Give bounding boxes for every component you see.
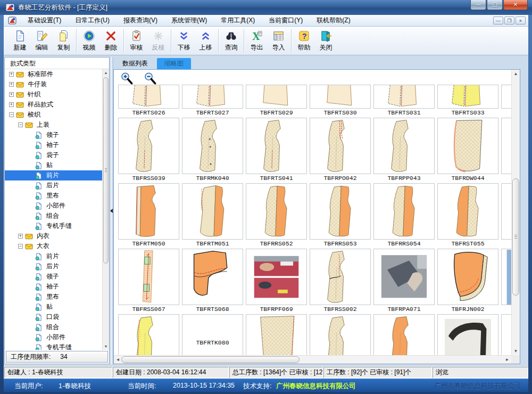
- zoom-in-button[interactable]: [120, 72, 134, 86]
- thumbnail-cell[interactable]: TBFRPP043: [373, 118, 435, 182]
- thumbnail-cell[interactable]: [501, 249, 511, 313]
- export-button[interactable]: X导出: [246, 28, 268, 54]
- thumbnail-cell[interactable]: TBFRTS029: [246, 85, 307, 116]
- thumbnail-cell[interactable]: TBFRRS054: [373, 183, 435, 247]
- thumbnail-cell[interactable]: TBFRTM051: [182, 183, 243, 247]
- tree-item[interactable]: +牛仔装: [5, 79, 102, 89]
- tree-item[interactable]: 领子: [5, 130, 102, 140]
- thumbnail-cell[interactable]: TBFRSS067: [118, 249, 179, 313]
- audit-button[interactable]: 审核: [126, 28, 147, 54]
- thumbnail-cell[interactable]: [501, 118, 511, 182]
- scroll-down-icon[interactable]: ▼: [103, 343, 109, 350]
- tree-item[interactable]: 专机手缝: [5, 342, 102, 350]
- window-maximize-button[interactable]: ▢: [487, 0, 503, 10]
- tree-scrollbar-thumb[interactable]: [103, 77, 109, 264]
- thumbnail-cell[interactable]: TBFRTS026: [118, 85, 179, 116]
- mdi-restore-button[interactable]: ❐: [504, 17, 514, 24]
- thumbnail-cell[interactable]: TBFRJN002: [437, 249, 498, 313]
- menu-item[interactable]: 联机帮助(Z): [310, 15, 357, 26]
- expand-icon[interactable]: +: [18, 234, 23, 239]
- unaudit-button[interactable]: 反核: [147, 28, 169, 54]
- thumbnail-cell[interactable]: TBFRSS002: [310, 249, 371, 313]
- thumbnail-cell[interactable]: TBFRPO042: [310, 118, 371, 182]
- window-close-button[interactable]: ✕: [503, 0, 528, 10]
- tree-item[interactable]: +标准部件: [5, 69, 102, 79]
- expand-icon[interactable]: +: [9, 102, 14, 107]
- scroll-down-icon[interactable]: ▼: [512, 347, 520, 355]
- new-button[interactable]: 新建: [9, 28, 31, 54]
- tree-item[interactable]: 组合: [5, 322, 102, 332]
- thumbnail-cell[interactable]: TBFRTS031: [373, 85, 435, 116]
- tree-scrollbar[interactable]: ▲ ▼: [102, 69, 109, 350]
- search-button[interactable]: 查询: [220, 28, 242, 54]
- tree-item[interactable]: 前片: [5, 251, 102, 261]
- tree-item[interactable]: 袋子: [5, 150, 102, 160]
- tab-thumbnail[interactable]: 缩略图: [157, 58, 191, 69]
- scroll-left-icon[interactable]: ◄: [114, 356, 122, 364]
- vertical-scrollbar-thumb[interactable]: [512, 178, 519, 296]
- thumbnail-cell[interactable]: [501, 183, 511, 247]
- menu-item[interactable]: 日常工作(U): [68, 15, 117, 26]
- import-button[interactable]: 导入: [268, 28, 289, 54]
- scroll-up-icon[interactable]: ▲: [103, 69, 109, 76]
- thumbnail-cell[interactable]: [373, 314, 435, 355]
- thumbnail-cell[interactable]: TBFRTS068: [182, 249, 243, 313]
- horizontal-scrollbar-thumb[interactable]: [121, 356, 300, 363]
- thumbnail-cell[interactable]: [310, 314, 371, 355]
- thumbnail-cell[interactable]: [118, 314, 179, 355]
- expand-icon[interactable]: +: [9, 72, 14, 77]
- tree-item[interactable]: 小部件: [5, 201, 102, 211]
- scroll-up-icon[interactable]: ▲: [512, 70, 520, 78]
- thumbnail-cell[interactable]: TBFRPF069: [246, 249, 307, 313]
- collapse-sidebar-icon[interactable]: [110, 209, 113, 213]
- tree-item[interactable]: 里布: [5, 191, 102, 201]
- tree-item[interactable]: +内衣: [5, 231, 102, 241]
- tree-item[interactable]: +针织: [5, 89, 102, 100]
- thumbnail-cell[interactable]: TBFRTS033: [437, 85, 498, 116]
- menu-item[interactable]: 常用工具(X): [214, 15, 262, 26]
- tree-item[interactable]: 袖子: [5, 140, 102, 150]
- window-minimize-button[interactable]: —: [470, 0, 486, 10]
- collapse-icon[interactable]: −: [18, 244, 23, 249]
- thumbnail-cell[interactable]: TBFRMK040: [182, 118, 243, 182]
- thumbnail-cell[interactable]: TBFRDW044: [437, 118, 498, 182]
- expand-icon[interactable]: +: [9, 82, 14, 87]
- zoom-out-button[interactable]: [144, 72, 157, 86]
- vertical-scrollbar[interactable]: ▲ ▼: [511, 70, 520, 355]
- thumbnail-cell[interactable]: TBFRPA071: [373, 249, 435, 313]
- tree-item[interactable]: 口袋: [5, 312, 102, 322]
- thumbnail-cell[interactable]: TBFRTS027: [182, 85, 243, 116]
- delete-button[interactable]: 删除: [100, 28, 122, 54]
- tree-item[interactable]: 贴: [5, 160, 102, 170]
- tree-item[interactable]: 贴: [5, 302, 102, 312]
- tree-item[interactable]: 领子: [5, 272, 102, 282]
- tree-item[interactable]: 后片: [5, 261, 102, 272]
- tree-item[interactable]: −大衣: [5, 241, 102, 251]
- thumbnail-cell[interactable]: TBFRST055: [437, 183, 498, 247]
- close-button[interactable]: 关闭: [315, 28, 337, 54]
- menu-item[interactable]: 基础设置(T): [21, 15, 68, 26]
- collapse-icon[interactable]: −: [9, 112, 14, 117]
- horizontal-scrollbar[interactable]: ◄ ►: [114, 355, 511, 364]
- thumbnail-cell[interactable]: [246, 314, 307, 355]
- tree-item[interactable]: 袖子: [5, 282, 102, 292]
- thumbnail-cell[interactable]: TBFRRS053: [310, 183, 371, 247]
- scroll-right-icon[interactable]: ►: [503, 356, 511, 364]
- move-up-button[interactable]: 上移: [195, 28, 217, 54]
- expand-icon[interactable]: +: [9, 92, 14, 97]
- tree-item[interactable]: 后片: [5, 180, 102, 191]
- collapse-icon[interactable]: −: [18, 122, 23, 127]
- thumbnail-cell[interactable]: TBFRSS039: [118, 118, 179, 182]
- tree-item[interactable]: 专机手缝: [5, 221, 102, 231]
- thumbnail-cell[interactable]: [437, 314, 498, 355]
- move-down-button[interactable]: 下移: [173, 28, 195, 54]
- tab-data-list[interactable]: 数据列表: [115, 58, 155, 69]
- thumbnail-cell[interactable]: TBFRTM050: [118, 183, 179, 247]
- thumbnail-cell[interactable]: [501, 314, 511, 355]
- tree-item[interactable]: 组合: [5, 211, 102, 221]
- thumbnail-cell[interactable]: TBFRTS030: [310, 85, 371, 116]
- thumbnail-cell[interactable]: TBFRTK080TBFRTK080: [182, 314, 243, 355]
- video-button[interactable]: 视频: [78, 28, 100, 54]
- tree-item[interactable]: −上装: [5, 120, 102, 130]
- tree-item[interactable]: −梭织: [5, 110, 102, 120]
